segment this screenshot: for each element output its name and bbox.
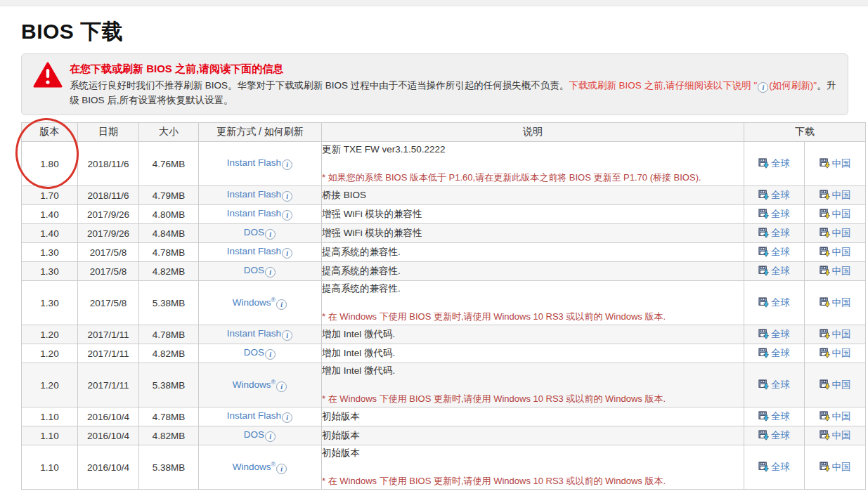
cell-date: 2017/9/26 bbox=[78, 205, 139, 224]
download-global-link[interactable]: 全球 bbox=[758, 462, 790, 472]
cell-download-china: 中国 bbox=[805, 426, 866, 445]
download-global-link[interactable]: 全球 bbox=[758, 430, 790, 440]
floppy-download-icon bbox=[758, 247, 769, 257]
cell-version: 1.70 bbox=[22, 186, 78, 205]
download-china-link[interactable]: 中国 bbox=[820, 209, 851, 219]
download-china-link[interactable]: 中国 bbox=[820, 228, 851, 238]
cell-download-global: 全球 bbox=[744, 243, 805, 262]
download-china-link[interactable]: 中国 bbox=[820, 430, 851, 440]
method-link[interactable]: DOS bbox=[244, 227, 264, 237]
cell-description: 初始版本 bbox=[322, 426, 744, 445]
cell-download-china: 中国 bbox=[805, 407, 866, 426]
cell-description: 增加 Intel 微代码.* 在 Windows 下使用 BIOS 更新时,请使… bbox=[322, 363, 744, 407]
how-to-flash-link[interactable]: (如何刷新)" bbox=[769, 80, 817, 91]
description-text: 初始版本 bbox=[322, 411, 360, 422]
method-link[interactable]: Instant Flash bbox=[227, 410, 281, 421]
download-global-label: 全球 bbox=[771, 297, 790, 308]
method-link[interactable]: Windows® bbox=[233, 379, 276, 390]
cell-download-china: 中国 bbox=[805, 445, 866, 490]
method-link[interactable]: Instant Flash bbox=[227, 157, 281, 168]
info-icon[interactable]: i bbox=[276, 464, 287, 474]
download-china-link[interactable]: 中国 bbox=[820, 379, 851, 390]
description-text: 提高系统的兼容性. bbox=[322, 282, 744, 295]
download-china-label: 中国 bbox=[832, 329, 851, 339]
download-china-link[interactable]: 中国 bbox=[820, 297, 851, 308]
info-icon[interactable]: i bbox=[282, 159, 292, 170]
header-method: 更新方式 / 如何刷新 bbox=[199, 123, 322, 142]
method-link[interactable]: Instant Flash bbox=[227, 189, 281, 200]
bios-row-1.40-dos: 1.402017/9/264.84MBDOSi增强 WiFi 模块的兼容性全球中… bbox=[22, 224, 866, 243]
cell-date: 2017/5/8 bbox=[78, 281, 139, 325]
info-icon[interactable]: i bbox=[282, 210, 292, 221]
download-china-link[interactable]: 中国 bbox=[820, 266, 851, 276]
download-global-label: 全球 bbox=[771, 411, 790, 422]
method-link[interactable]: Instant Flash bbox=[227, 246, 281, 256]
info-icon[interactable]: i bbox=[282, 412, 292, 423]
floppy-download-icon bbox=[820, 247, 830, 257]
download-global-label: 全球 bbox=[771, 209, 790, 219]
download-china-link[interactable]: 中国 bbox=[820, 247, 851, 257]
download-china-label: 中国 bbox=[832, 158, 851, 169]
cell-description: 增加 Intel 微代码. bbox=[322, 344, 744, 363]
info-icon[interactable]: i bbox=[282, 248, 292, 259]
download-china-link[interactable]: 中国 bbox=[820, 462, 851, 472]
download-global-label: 全球 bbox=[771, 247, 790, 257]
download-global-link[interactable]: 全球 bbox=[758, 228, 790, 238]
info-icon[interactable]: i bbox=[265, 431, 276, 442]
cell-method: Instant Flashi bbox=[199, 407, 322, 426]
info-icon[interactable]: i bbox=[265, 349, 276, 360]
download-global-link[interactable]: 全球 bbox=[758, 411, 790, 422]
cell-version: 1.10 bbox=[22, 426, 78, 445]
download-global-link[interactable]: 全球 bbox=[758, 158, 790, 169]
info-icon[interactable]: i bbox=[282, 191, 292, 202]
method-link[interactable]: Windows® bbox=[233, 297, 276, 308]
download-global-link[interactable]: 全球 bbox=[758, 329, 790, 339]
download-global-link[interactable]: 全球 bbox=[758, 348, 790, 358]
download-global-link[interactable]: 全球 bbox=[758, 297, 790, 308]
info-icon[interactable]: i bbox=[265, 267, 276, 278]
cell-download-global: 全球 bbox=[744, 344, 805, 363]
download-china-label: 中国 bbox=[832, 411, 851, 422]
method-link[interactable]: DOS bbox=[244, 347, 264, 358]
description-text: 增加 Intel 微代码. bbox=[322, 348, 395, 358]
cell-download-global: 全球 bbox=[744, 142, 805, 186]
description-text: 更新 TXE FW ver3.1.50.2222 bbox=[322, 143, 744, 156]
bios-row-1.30-dos: 1.302017/5/84.82MBDOSi提高系统的兼容性.全球中国 bbox=[22, 262, 866, 281]
info-icon[interactable]: i bbox=[758, 82, 768, 93]
download-global-link[interactable]: 全球 bbox=[758, 209, 790, 219]
method-link[interactable]: DOS bbox=[244, 429, 264, 440]
cell-version: 1.30 bbox=[22, 281, 78, 325]
cell-version: 1.30 bbox=[22, 243, 78, 262]
info-icon[interactable]: i bbox=[276, 381, 287, 392]
floppy-download-icon bbox=[820, 190, 830, 200]
method-link[interactable]: Windows® bbox=[233, 462, 276, 472]
download-china-link[interactable]: 中国 bbox=[820, 329, 851, 339]
download-china-link[interactable]: 中国 bbox=[820, 348, 851, 358]
download-china-label: 中国 bbox=[832, 247, 851, 257]
cell-download-china: 中国 bbox=[805, 205, 866, 224]
cell-download-global: 全球 bbox=[744, 445, 805, 490]
method-link[interactable]: Instant Flash bbox=[227, 208, 281, 218]
download-china-link[interactable]: 中国 bbox=[820, 158, 851, 169]
cell-version: 1.20 bbox=[22, 344, 78, 363]
floppy-download-icon bbox=[758, 158, 769, 169]
download-global-link[interactable]: 全球 bbox=[758, 190, 790, 200]
download-global-link[interactable]: 全球 bbox=[758, 379, 790, 390]
download-global-link[interactable]: 全球 bbox=[758, 266, 790, 276]
download-global-link[interactable]: 全球 bbox=[758, 247, 790, 257]
method-link[interactable]: DOS bbox=[244, 265, 264, 275]
download-china-label: 中国 bbox=[832, 297, 851, 308]
page-container: BIOS 下载 在您下载或刷新 BIOS 之前,请阅读下面的信息 系统运行良好时… bbox=[0, 18, 868, 490]
floppy-download-icon bbox=[820, 209, 830, 219]
info-icon[interactable]: i bbox=[265, 229, 276, 240]
cell-download-china: 中国 bbox=[805, 325, 866, 344]
info-icon[interactable]: i bbox=[276, 299, 287, 310]
download-china-link[interactable]: 中国 bbox=[820, 411, 851, 422]
cell-size: 5.38MB bbox=[139, 281, 199, 325]
download-china-link[interactable]: 中国 bbox=[820, 190, 851, 200]
method-link[interactable]: Instant Flash bbox=[227, 328, 281, 339]
info-icon[interactable]: i bbox=[282, 330, 292, 341]
bios-row-1.10-windows: 1.102016/10/45.38MBWindows®i初始版本* 在 Wind… bbox=[22, 445, 866, 490]
download-china-label: 中国 bbox=[832, 348, 851, 358]
cell-download-china: 中国 bbox=[805, 224, 866, 243]
